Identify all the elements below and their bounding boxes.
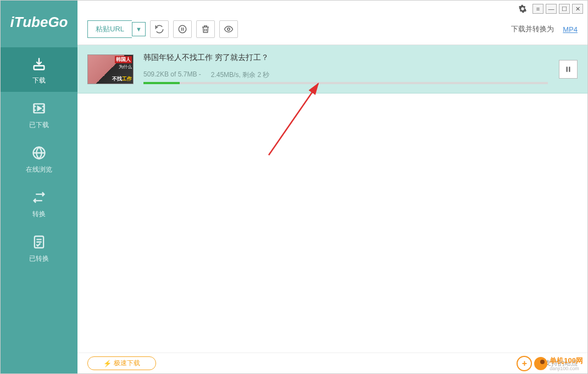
svg-line-9 bbox=[269, 84, 318, 155]
convert-info-label: 下载并转换为 bbox=[511, 24, 554, 34]
progress-fill bbox=[143, 82, 180, 84]
download-info: 韩国年轻人不找工作 穷了就去打工？ 509.2KB of 5.7MB - 2.4… bbox=[143, 53, 559, 85]
close-icon: ✕ bbox=[575, 6, 580, 13]
nav-downloaded[interactable]: 已下载 bbox=[1, 92, 77, 136]
watermark-icon-dot bbox=[534, 357, 547, 370]
thumb-text-2: 为什么 bbox=[119, 64, 132, 70]
turbo-download-button[interactable]: ⚡ 极速下载 bbox=[87, 356, 156, 370]
download-progress-text: 509.2KB of 5.7MB - bbox=[143, 70, 201, 80]
window-controls: ≡ — ☐ ✕ bbox=[517, 4, 583, 14]
download-item[interactable]: 韩国人 为什么 不找工作 韩国年轻人不找工作 穷了就去打工？ 509.2KB o… bbox=[77, 45, 587, 94]
download-speed-text: 2.45MB/s, 剩余 2 秒 bbox=[211, 70, 270, 80]
document-check-icon bbox=[30, 233, 48, 251]
watermark-sub: danji100.com bbox=[550, 366, 583, 371]
svg-rect-7 bbox=[569, 67, 570, 72]
minimize-button[interactable]: — bbox=[546, 4, 557, 14]
nav-browse[interactable]: 在线浏览 bbox=[1, 136, 77, 181]
nav-label: 在线浏览 bbox=[26, 165, 52, 174]
trash-icon bbox=[201, 24, 210, 34]
paste-url-group: 粘贴URL ▼ bbox=[87, 20, 146, 38]
thumb-text-3: 不找工作 bbox=[112, 75, 132, 82]
toolbar: 粘贴URL ▼ 下载并转换为 MP4 bbox=[77, 1, 587, 45]
svg-rect-0 bbox=[34, 66, 45, 70]
menu-icon: ≡ bbox=[536, 6, 540, 12]
retry-button[interactable] bbox=[150, 20, 169, 38]
lightning-icon: ⚡ bbox=[103, 360, 112, 367]
nav-download[interactable]: 下载 bbox=[1, 47, 77, 92]
thumb-text-1: 韩国人 bbox=[115, 56, 132, 63]
convert-icon bbox=[30, 189, 48, 206]
maximize-button[interactable]: ☐ bbox=[559, 4, 570, 14]
download-list: 韩国人 为什么 不找工作 韩国年轻人不找工作 穷了就去打工？ 509.2KB o… bbox=[77, 45, 587, 353]
footer: ⚡ 极速下载 支持的站点 bbox=[77, 353, 587, 373]
delete-button[interactable] bbox=[196, 20, 215, 38]
minimize-icon: — bbox=[548, 6, 554, 12]
main-panel: ≡ — ☐ ✕ 粘贴URL ▼ 下载并转换为 MP4 bbox=[77, 1, 587, 373]
film-icon bbox=[30, 100, 48, 117]
menu-button[interactable]: ≡ bbox=[532, 4, 543, 14]
refresh-icon bbox=[154, 24, 164, 34]
convert-format-link[interactable]: MP4 bbox=[563, 25, 578, 34]
preview-button[interactable] bbox=[219, 20, 238, 38]
svg-rect-6 bbox=[567, 67, 568, 72]
svg-point-5 bbox=[228, 28, 230, 31]
paste-url-button[interactable]: 粘贴URL bbox=[87, 20, 132, 38]
nav-label: 已转换 bbox=[29, 254, 49, 263]
chevron-down-icon: ▼ bbox=[136, 26, 142, 32]
pause-button[interactable] bbox=[559, 60, 578, 79]
turbo-label: 极速下载 bbox=[114, 359, 140, 368]
settings-button[interactable] bbox=[517, 4, 528, 14]
brand-logo: iTubeGo bbox=[10, 1, 68, 47]
nav-label: 下载 bbox=[32, 76, 46, 85]
pause-icon bbox=[564, 65, 572, 73]
nav-label: 转换 bbox=[32, 210, 46, 219]
progress-bar bbox=[143, 82, 548, 84]
download-title: 韩国年轻人不找工作 穷了就去打工？ bbox=[143, 53, 548, 63]
nav-convert[interactable]: 转换 bbox=[1, 181, 77, 226]
eye-icon bbox=[224, 24, 234, 34]
nav-converted[interactable]: 已转换 bbox=[1, 226, 77, 270]
sidebar: iTubeGo 下载 已下载 在线浏览 转换 bbox=[1, 1, 77, 373]
nav-label: 已下载 bbox=[29, 120, 49, 130]
close-button[interactable]: ✕ bbox=[572, 4, 583, 14]
pause-circle-icon bbox=[177, 24, 187, 34]
watermark-text: 单机100网 bbox=[550, 356, 583, 366]
watermark-icon-plus: + bbox=[517, 356, 532, 371]
maximize-icon: ☐ bbox=[562, 6, 567, 13]
pause-all-button[interactable] bbox=[173, 20, 192, 38]
video-thumbnail: 韩国人 为什么 不找工作 bbox=[87, 54, 134, 84]
watermark: + 单机100网 danji100.com bbox=[517, 356, 583, 371]
svg-point-4 bbox=[179, 25, 186, 33]
paste-url-dropdown[interactable]: ▼ bbox=[132, 22, 146, 36]
globe-icon bbox=[30, 144, 48, 162]
gear-icon bbox=[518, 4, 527, 13]
download-icon bbox=[30, 55, 48, 73]
